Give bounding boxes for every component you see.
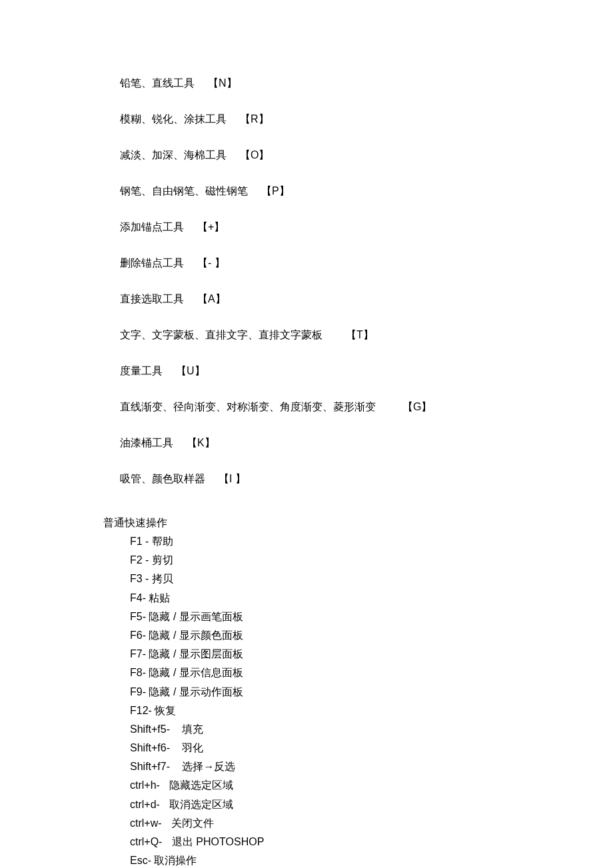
- quick-op-desc: 羽化: [182, 742, 203, 753]
- shortcut-row: 油漆桶工具 【K】: [120, 436, 613, 450]
- quick-op-row: F1 - 帮助: [130, 534, 613, 549]
- quick-op-key: F3 -: [130, 573, 149, 584]
- quick-op-desc: 粘贴: [149, 592, 170, 604]
- shortcut-row: 钢笔、自由钢笔、磁性钢笔 【P】: [120, 185, 613, 199]
- tool-key: 【I 】: [219, 472, 246, 486]
- quick-op-row: F12- 恢复: [130, 703, 613, 718]
- quick-op-desc: 选择→反选: [182, 761, 235, 772]
- quick-op-desc: 退出 PHOTOSHOP: [172, 836, 264, 847]
- quick-op-desc: 隐藏 / 显示颜色面板: [149, 630, 243, 641]
- tool-name: 直线渐变、径向渐变、对称渐变、角度渐变、菱形渐变: [120, 400, 376, 414]
- tool-name: 油漆桶工具: [120, 436, 173, 450]
- shortcut-row: 减淡、加深、海棉工具 【O】: [120, 149, 613, 163]
- quick-ops-section: F1 - 帮助 F2 - 剪切 F3 - 拷贝 F4- 粘贴 F5- 隐藏 / …: [0, 534, 613, 868]
- quick-op-key: Shift+f6-: [130, 742, 170, 753]
- quick-op-key: Shift+f7-: [130, 761, 170, 772]
- tool-key: 【U】: [176, 364, 205, 378]
- quick-op-desc: 隐藏 / 显示画笔面板: [149, 611, 243, 622]
- quick-op-key: F12-: [130, 705, 152, 716]
- quick-op-row: F8- 隐藏 / 显示信息面板: [130, 665, 613, 680]
- quick-op-key: ctrl+d-: [130, 799, 160, 810]
- tool-key: 【A】: [197, 292, 226, 306]
- quick-op-key: Shift+f5-: [130, 723, 170, 735]
- tool-name: 删除锚点工具: [120, 256, 184, 270]
- quick-op-key: F5-: [130, 611, 146, 622]
- quick-op-desc: 取消操作: [154, 855, 197, 866]
- quick-op-row: F7- 隐藏 / 显示图层面板: [130, 646, 613, 661]
- quick-op-key: F9-: [130, 686, 146, 697]
- quick-op-key: F2 -: [130, 554, 149, 566]
- quick-op-desc: 拷贝: [152, 573, 173, 584]
- tool-key: 【- 】: [197, 256, 225, 270]
- tool-key: 【R】: [240, 113, 269, 127]
- tool-name: 钢笔、自由钢笔、磁性钢笔: [120, 185, 248, 199]
- quick-op-row: Shift+f5- 填充: [130, 721, 613, 737]
- quick-op-row: Esc- 取消操作: [130, 853, 613, 868]
- tool-name: 减淡、加深、海棉工具: [120, 149, 227, 163]
- tool-shortcuts-section: 铅笔、直线工具 【N】 模糊、锐化、涂抹工具 【R】 减淡、加深、海棉工具 【O…: [0, 77, 613, 486]
- quick-op-desc: 剪切: [152, 554, 173, 566]
- quick-op-row: F4- 粘贴: [130, 590, 613, 606]
- tool-name: 度量工具: [120, 364, 163, 378]
- quick-op-key: F6-: [130, 630, 146, 641]
- tool-name: 直接选取工具: [120, 292, 184, 306]
- quick-op-key: F8-: [130, 667, 146, 678]
- quick-op-key: F1 -: [130, 536, 149, 547]
- quick-op-row: ctrl+h- 隐藏选定区域: [130, 777, 613, 793]
- quick-op-key: ctrl+Q-: [130, 836, 162, 847]
- quick-op-desc: 隐藏 / 显示动作面板: [149, 686, 243, 697]
- tool-key: 【T】: [346, 328, 374, 342]
- quick-op-desc: 关闭文件: [171, 817, 214, 829]
- quick-op-row: Shift+f6- 羽化: [130, 740, 613, 755]
- quick-op-row: ctrl+Q- 退出 PHOTOSHOP: [130, 834, 613, 849]
- tool-key: 【+】: [197, 220, 225, 234]
- shortcut-row: 铅笔、直线工具 【N】: [120, 77, 613, 91]
- quick-op-key: Esc-: [130, 855, 151, 866]
- quick-op-desc: 隐藏 / 显示图层面板: [149, 648, 243, 659]
- quick-ops-title: 普通快速操作: [0, 516, 613, 530]
- tool-name: 铅笔、直线工具: [120, 77, 195, 91]
- tool-key: 【N】: [208, 77, 237, 91]
- quick-op-row: F2 - 剪切: [130, 552, 613, 568]
- shortcut-row: 直接选取工具 【A】: [120, 292, 613, 306]
- tool-key: 【K】: [187, 436, 215, 450]
- quick-op-key: F7-: [130, 648, 146, 659]
- quick-op-key: ctrl+w-: [130, 817, 162, 829]
- shortcut-row: 模糊、锐化、涂抹工具 【R】: [120, 113, 613, 127]
- quick-op-key: F4-: [130, 592, 146, 604]
- quick-op-desc: 隐藏 / 显示信息面板: [149, 667, 243, 678]
- shortcut-row: 添加锚点工具 【+】: [120, 220, 613, 234]
- tool-key: 【P】: [261, 185, 290, 199]
- quick-op-row: F5- 隐藏 / 显示画笔面板: [130, 609, 613, 624]
- tool-name: 文字、文字蒙板、直排文字、直排文字蒙板: [120, 328, 322, 342]
- quick-op-desc: 取消选定区域: [169, 799, 233, 810]
- quick-op-row: F6- 隐藏 / 显示颜色面板: [130, 628, 613, 643]
- quick-op-desc: 恢复: [155, 705, 176, 716]
- tool-key: 【G】: [402, 400, 432, 414]
- quick-op-row: ctrl+w- 关闭文件: [130, 815, 613, 831]
- quick-op-desc: 帮助: [152, 536, 173, 547]
- shortcut-row: 直线渐变、径向渐变、对称渐变、角度渐变、菱形渐变 【G】: [120, 400, 613, 414]
- tool-key: 【O】: [240, 149, 269, 163]
- tool-name: 吸管、颜色取样器: [120, 472, 205, 486]
- shortcut-row: 文字、文字蒙板、直排文字、直排文字蒙板 【T】: [120, 328, 613, 342]
- tool-name: 模糊、锐化、涂抹工具: [120, 113, 227, 127]
- quick-op-row: F9- 隐藏 / 显示动作面板: [130, 684, 613, 699]
- shortcut-row: 吸管、颜色取样器 【I 】: [120, 472, 613, 486]
- quick-op-row: F3 - 拷贝: [130, 571, 613, 586]
- quick-op-row: ctrl+d- 取消选定区域: [130, 797, 613, 812]
- quick-op-desc: 填充: [182, 723, 203, 735]
- quick-op-desc: 隐藏选定区域: [169, 779, 233, 791]
- tool-name: 添加锚点工具: [120, 220, 184, 234]
- shortcut-row: 删除锚点工具 【- 】: [120, 256, 613, 270]
- quick-op-key: ctrl+h-: [130, 779, 160, 791]
- shortcut-row: 度量工具 【U】: [120, 364, 613, 378]
- quick-op-row: Shift+f7- 选择→反选: [130, 759, 613, 774]
